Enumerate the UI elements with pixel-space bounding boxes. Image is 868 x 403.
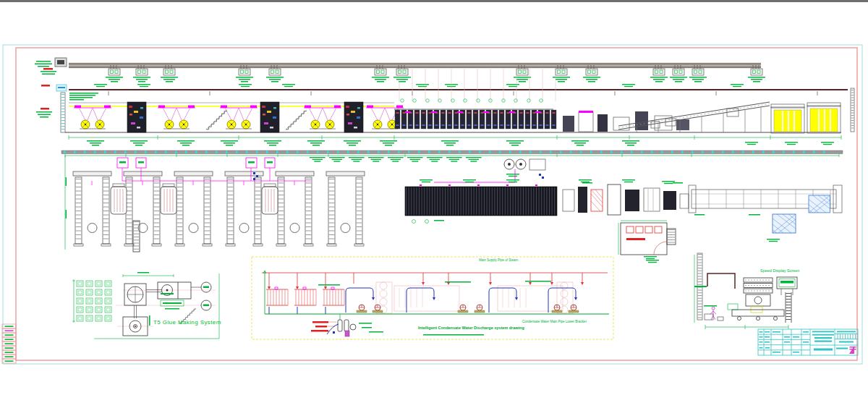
revision-strip bbox=[2, 324, 16, 363]
drawing-canvas bbox=[0, 0, 868, 403]
condensate-bracket-label: Condensate Water Main Pipe Lower Bracket bbox=[522, 321, 587, 324]
speed-display-screen-label: Speed Display Screen bbox=[760, 269, 799, 273]
drying-section bbox=[394, 69, 556, 129]
glue-kitchen-plan bbox=[434, 159, 545, 182]
steam-supply-line bbox=[69, 84, 848, 101]
dimension-ruler bbox=[61, 150, 843, 154]
delivery-conveyor-plan bbox=[689, 185, 842, 242]
floor-plan-mill-stands bbox=[73, 171, 365, 252]
downstream-plan bbox=[563, 179, 689, 215]
title-block bbox=[758, 329, 858, 355]
cad-drawing-screenshot: T5 Glue Making System Speed Display Scre… bbox=[0, 0, 868, 403]
company-logo bbox=[849, 346, 856, 354]
steam-main-pipe-label: Main Supply Pipe of Steam bbox=[479, 259, 518, 263]
stacker-bays bbox=[771, 88, 854, 133]
speed-display-section bbox=[694, 253, 797, 329]
condensate-recovery-unit bbox=[311, 314, 383, 336]
floor-plan-label-grid bbox=[310, 157, 482, 162]
glue-making-system bbox=[72, 272, 219, 339]
overhead-busbar-rail bbox=[55, 58, 761, 68]
corrugator-plan bbox=[405, 179, 557, 224]
condensate-system-title: Intelligent Condensate Water Discharge s… bbox=[418, 326, 524, 331]
elevation-dimension-line bbox=[69, 135, 841, 146]
glue-system-title: T5 Glue Making System bbox=[153, 320, 221, 326]
control-room-plan bbox=[618, 221, 676, 263]
speed-display-screen-box bbox=[777, 277, 797, 295]
